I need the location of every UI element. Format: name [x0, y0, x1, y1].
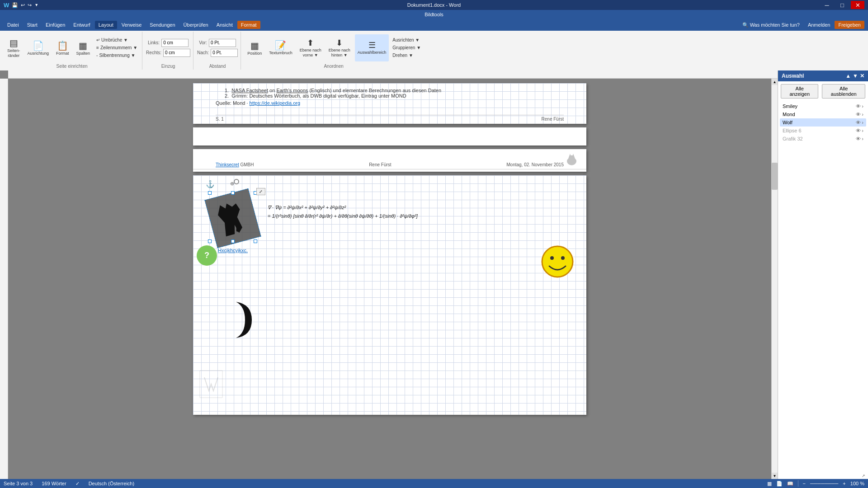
pages-container[interactable]: 1. NASA Factsheet on Earth's moons NASA … [8, 79, 771, 479]
main-layout: 1. NASA Factsheet on Earth's moons NASA … [0, 70, 868, 479]
einzug-rechts-input[interactable] [163, 49, 190, 57]
earths-moons-link[interactable]: Earth's moons [276, 88, 308, 93]
seite-buttons: ▤ Seiten-ränder 📄 Ausrichtung 📋 Format ▦… [5, 33, 139, 63]
position-handle[interactable]: ⊕ [230, 181, 234, 187]
menu-anmelden[interactable]: Anmelden [804, 21, 834, 29]
save-qa-btn[interactable]: 💾 [12, 2, 18, 8]
drehen-btn[interactable]: Drehen ▼ [391, 52, 423, 59]
menu-verweise[interactable]: Verweise [118, 21, 146, 29]
maximize-button[interactable]: □ [835, 1, 849, 9]
ebene-vorne-btn[interactable]: ⬆ Ebene nachvorne ▼ [297, 34, 324, 61]
list-item-2: 2. Grimm: Deutsches Wörterbuch, als DWB … [225, 93, 564, 99]
panel-scroll-up[interactable]: ▲ [845, 73, 851, 79]
selection-panel: Auswahl ▲ ▼ ✕ Alle anzeigen Alle ausblen… [778, 70, 868, 479]
menu-entwurf[interactable]: Entwurf [70, 21, 94, 29]
expand-btn[interactable]: ⤢ [256, 188, 265, 195]
handle-tl[interactable] [208, 191, 212, 195]
panel-item-grafik32[interactable]: Grafik 32 👁 › [780, 135, 866, 143]
menu-start[interactable]: Start [24, 21, 41, 29]
green-circle[interactable]: ? [197, 245, 217, 266]
panel-item-mond[interactable]: Mond 👁 › [780, 110, 866, 118]
format-btn[interactable]: 📋 Format [53, 34, 72, 61]
umbrueche-btn[interactable]: ↵ Umbrüche ▼ [94, 37, 139, 43]
zeilennummern-btn[interactable]: ≡ Zeilennummern ▼ [94, 44, 139, 51]
menu-format[interactable]: Format [237, 21, 260, 29]
header-logo [564, 151, 580, 167]
abstand-nach-input[interactable] [211, 49, 238, 57]
rotate-handle[interactable] [234, 179, 239, 184]
spell-check-icon[interactable]: ✓ [75, 481, 80, 487]
menu-einfuegen[interactable]: Einfügen [42, 21, 69, 29]
view-layout-btn[interactable]: 📄 [776, 481, 783, 487]
thinksecret-link[interactable]: Thinksecret [216, 162, 239, 167]
status-bar-right: ▦ 📄 📖 − ──────── + 100 % [767, 480, 864, 487]
page-info: Seite 3 von 3 [4, 481, 33, 486]
page-3[interactable]: ⚓ ⊕ [193, 175, 586, 415]
abstand-label: Abstand [209, 63, 226, 69]
word-icon: W [4, 2, 9, 9]
smiley-face[interactable] [541, 245, 574, 278]
view-normal-btn[interactable]: ▦ [767, 481, 772, 487]
formula-line1: ∇ · ∇ψ = ∂²ψ/∂x² + ∂²ψ/∂y² + ∂²ψ/∂z² [268, 205, 418, 211]
minimize-button[interactable]: ─ [820, 1, 834, 9]
textumbruch-btn[interactable]: 📝 Textumbruch [266, 34, 295, 61]
mond-eye-icon: 👁 [856, 112, 861, 117]
einzug-rechts-row: Rechts: [146, 49, 190, 57]
handle-bl[interactable] [208, 239, 212, 243]
close-button[interactable]: ✕ [851, 1, 864, 9]
menu-ansicht[interactable]: Ansicht [213, 21, 236, 29]
ebene-hinten-btn[interactable]: ⬇ Ebene nachhinten ▼ [326, 34, 353, 61]
wolf-image-container[interactable] [207, 189, 259, 245]
menu-ueberprufen[interactable]: Überprüfen [180, 21, 212, 29]
handle-br[interactable] [254, 239, 257, 243]
search-box[interactable]: 🔍 Was möchten Sie tun? [742, 22, 800, 28]
nasa-link[interactable]: NASA Factsheet [231, 88, 268, 93]
handle-tm[interactable] [231, 191, 235, 195]
panel-item-smiley[interactable]: Smiley 👁 › [780, 102, 866, 110]
panel-item-wolf[interactable]: Wolf 👁 › [780, 118, 866, 127]
menu-sendungen[interactable]: Sendungen [146, 21, 179, 29]
header-left: Thinksecret GMBH [216, 162, 254, 167]
handle-bm[interactable] [231, 239, 235, 243]
abstand-vor-input[interactable] [209, 39, 236, 47]
hide-all-btn[interactable]: Alle ausblenden [822, 84, 865, 99]
seite-expand-btn[interactable]: ↗ [862, 474, 865, 478]
horizontal-ruler [8, 70, 778, 79]
silbentrennung-btn[interactable]: - Silbentrennung ▼ [94, 52, 139, 59]
spalten-btn[interactable]: ▦ Spalten [74, 34, 93, 61]
ausrichten-btn[interactable]: Ausrichten ▼ [391, 37, 423, 43]
zoom-out-btn[interactable]: − [803, 481, 806, 486]
scroll-track[interactable] [772, 85, 778, 473]
ausrichtung-btn[interactable]: 📄 Ausrichtung [25, 34, 52, 61]
source-link[interactable]: https://de.wikipedia.org [250, 100, 301, 106]
scroll-down-btn[interactable]: ▼ [772, 473, 778, 479]
abstand-vor-row: Vor: [199, 39, 236, 47]
panel-close-btn[interactable]: ✕ [860, 73, 864, 79]
language[interactable]: Deutsch (Österreich) [89, 481, 134, 486]
auswahlbereich-btn[interactable]: ☰ Auswahlbereich [355, 34, 389, 61]
word-count: 169 Wörter [42, 481, 66, 486]
document-area[interactable]: 1. NASA Factsheet on Earth's moons NASA … [0, 70, 778, 479]
menu-freigeben[interactable]: Freigeben [835, 21, 864, 29]
position-btn[interactable]: ▦ Position [245, 34, 264, 61]
moon-shape[interactable] [216, 297, 252, 344]
panel-scroll-down[interactable]: ▼ [853, 73, 858, 79]
einzug-links-input[interactable] [161, 39, 189, 47]
scroll-up-btn[interactable]: ▲ [772, 79, 778, 85]
seitenraender-btn[interactable]: ▤ Seiten-ränder [5, 34, 23, 61]
undo-qa-btn[interactable]: ↩ [21, 2, 25, 8]
header-right: Montag, 02. November 2015 [506, 162, 564, 167]
view-read-btn[interactable]: 📖 [787, 481, 793, 487]
zoom-slider[interactable]: ──────── [810, 481, 838, 486]
redo-qa-btn[interactable]: ↪ [28, 2, 32, 8]
zoom-in-btn[interactable]: + [843, 481, 845, 486]
more-qa-btn[interactable]: ▼ [34, 3, 38, 7]
menu-layout[interactable]: Layout [95, 21, 117, 29]
show-all-btn[interactable]: Alle anzeigen [781, 84, 818, 99]
wolf-selection[interactable] [207, 189, 259, 245]
scroll-thumb[interactable] [772, 163, 778, 190]
vertical-scrollbar[interactable]: ▲ ▼ [771, 79, 778, 479]
menu-datei[interactable]: Datei [4, 21, 23, 29]
panel-item-ellipse6[interactable]: Ellipse 6 👁 › [780, 127, 866, 135]
gruppieren-btn[interactable]: Gruppieren ▼ [391, 44, 423, 51]
